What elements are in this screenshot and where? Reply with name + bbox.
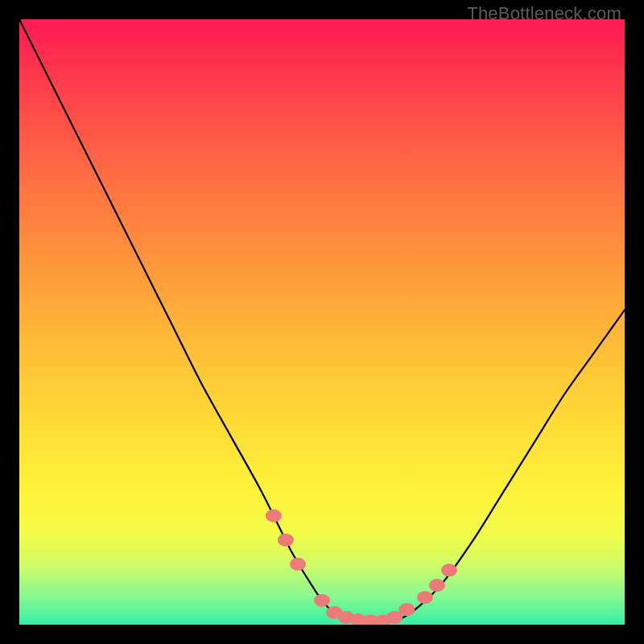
curve-marker bbox=[278, 534, 294, 547]
chart-frame bbox=[19, 19, 625, 625]
curve-marker bbox=[314, 594, 330, 607]
bottleneck-curve bbox=[19, 19, 625, 622]
curve-marker bbox=[441, 564, 457, 576]
chart-plot-area bbox=[19, 19, 625, 625]
curve-marker bbox=[429, 579, 445, 592]
curve-marker bbox=[290, 558, 306, 571]
watermark-text: TheBottleneck.com bbox=[467, 3, 621, 24]
chart-svg bbox=[19, 19, 625, 625]
marker-group bbox=[266, 510, 457, 625]
curve-marker bbox=[266, 510, 282, 522]
curve-marker bbox=[398, 603, 415, 616]
curve-marker bbox=[417, 591, 433, 604]
